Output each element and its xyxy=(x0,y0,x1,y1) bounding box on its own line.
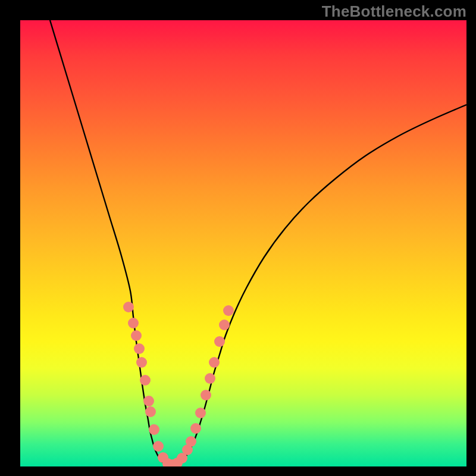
plot-area xyxy=(20,20,466,466)
watermark-text: TheBottleneck.com xyxy=(322,2,466,21)
data-point xyxy=(186,436,196,447)
data-point xyxy=(214,336,225,347)
data-point xyxy=(134,343,145,354)
chart-svg xyxy=(20,20,466,466)
data-point xyxy=(136,357,147,368)
data-point xyxy=(123,302,134,312)
curve-line xyxy=(50,20,466,466)
data-point xyxy=(145,406,156,417)
highlighted-points xyxy=(123,302,234,466)
chart-stage: TheBottleneck.com xyxy=(0,0,476,476)
data-point xyxy=(219,320,230,330)
data-point xyxy=(190,423,201,434)
data-point xyxy=(223,305,234,316)
data-point xyxy=(149,424,159,435)
data-point xyxy=(143,396,154,406)
data-point xyxy=(209,357,220,368)
data-point xyxy=(205,373,215,384)
data-point xyxy=(128,318,139,328)
data-point xyxy=(195,408,206,418)
data-point xyxy=(153,441,164,452)
data-point xyxy=(140,375,151,386)
data-point xyxy=(201,390,211,400)
data-point xyxy=(131,330,142,341)
